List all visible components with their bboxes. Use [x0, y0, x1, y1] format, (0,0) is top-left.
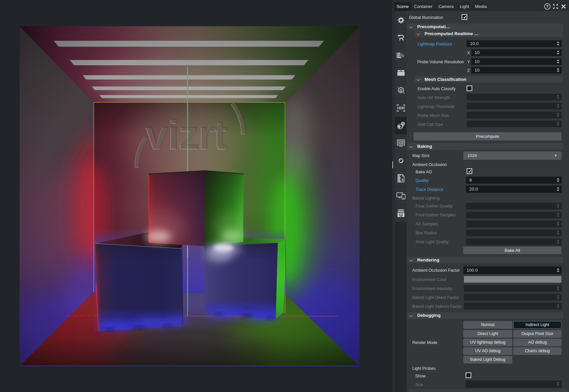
svg-text:fx: fx [400, 53, 404, 59]
svg-text:?: ? [546, 4, 549, 9]
svg-text:HDR: HDR [397, 106, 405, 110]
svg-text:AO: AO [399, 141, 403, 144]
